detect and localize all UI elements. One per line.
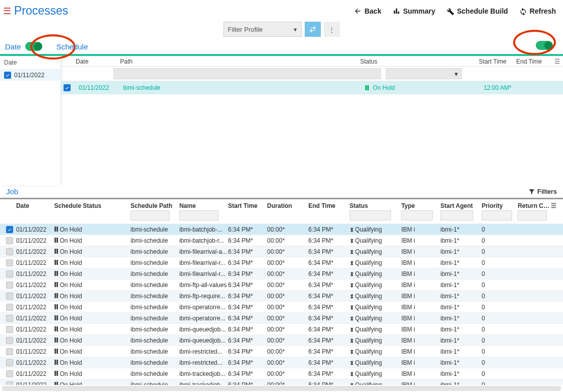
agent-filter-input[interactable]: [440, 210, 473, 220]
job-row-checkbox[interactable]: [6, 259, 13, 266]
date-row-checkbox[interactable]: [4, 72, 11, 79]
job-row[interactable]: 01/11/2022On Holdibmi-scheduleibmi-ftp-r…: [0, 290, 563, 301]
job-row-checkbox[interactable]: [6, 226, 13, 233]
job-row-checkbox[interactable]: [6, 315, 13, 322]
col-start[interactable]: Start Time: [451, 58, 506, 65]
hamburger-icon[interactable]: ☰: [3, 6, 11, 17]
job-row-end: 6:34 PM*: [308, 304, 350, 311]
job-row[interactable]: 01/11/2022On Holdibmi-scheduleibmi-queue…: [0, 334, 563, 346]
schedule-build-label: Schedule Build: [457, 7, 508, 15]
status-filter-select[interactable]: ▾: [386, 68, 462, 79]
pause-icon: [54, 382, 58, 385]
wrench-icon: [446, 7, 455, 15]
job-row-checkbox[interactable]: [6, 326, 13, 333]
schedule-build-button[interactable]: Schedule Build: [446, 7, 508, 15]
schedule-row-status: On Hold: [365, 84, 451, 91]
date-toggle[interactable]: [25, 42, 42, 51]
job-row-date: 01/11/2022: [16, 359, 54, 366]
job-row[interactable]: 01/11/2022On Holdibmi-scheduleibmi-track…: [0, 379, 563, 385]
col-start[interactable]: Start Time: [228, 202, 267, 209]
job-row-agent: ibmi-1*: [440, 381, 482, 385]
type-filter-input[interactable]: [401, 210, 432, 220]
col-sched-status[interactable]: Schedule Status: [54, 202, 131, 209]
job-row-type: IBM i: [401, 370, 440, 377]
job-row-sched-path: ibmi-schedule: [131, 370, 180, 377]
job-row[interactable]: 01/11/2022On Holdibmi-scheduleibmi-opera…: [0, 312, 563, 323]
col-priority[interactable]: Priority: [482, 202, 518, 209]
job-row[interactable]: 01/11/2022On Holdibmi-scheduleibmi-filea…: [0, 268, 563, 279]
job-row-checkbox[interactable]: [6, 370, 13, 377]
hourglass-icon: [350, 381, 354, 385]
filter-profile-select[interactable]: Filter Profile ▾: [223, 22, 302, 37]
job-row-sched-status: On Hold: [54, 237, 131, 244]
job-row-type: IBM i: [401, 326, 440, 333]
col-type[interactable]: Type: [401, 202, 440, 209]
refresh-button[interactable]: Refresh: [519, 7, 556, 15]
job-row-checkbox[interactable]: [6, 381, 13, 385]
col-return[interactable]: Return Code: [518, 202, 551, 209]
col-duration[interactable]: Duration: [267, 202, 309, 209]
swap-button[interactable]: [305, 22, 321, 37]
job-row-checkbox[interactable]: [6, 237, 13, 244]
job-row-name: ibmi-filearrival-r...: [179, 259, 228, 266]
horizontal-scrollbar[interactable]: [2, 386, 561, 391]
job-row[interactable]: 01/11/2022On Holdibmi-scheduleibmi-ftp-a…: [0, 279, 563, 290]
job-row-checkbox[interactable]: [6, 270, 13, 277]
job-row[interactable]: 01/11/2022On Holdibmi-scheduleibmi-track…: [0, 368, 563, 379]
right-toggle[interactable]: [536, 41, 553, 50]
job-row-name: ibmi-trackedjob...: [179, 370, 228, 377]
job-row-checkbox[interactable]: [6, 304, 13, 311]
job-row-type: IBM i: [401, 381, 440, 385]
job-row-priority: 0: [482, 326, 518, 333]
schedule-table-menu-icon[interactable]: ☰: [552, 58, 560, 65]
job-row[interactable]: 01/11/2022On Holdibmi-scheduleibmi-opera…: [0, 301, 563, 312]
back-button[interactable]: Back: [354, 7, 381, 15]
job-row[interactable]: 01/11/2022On Holdibmi-scheduleibmi-restr…: [0, 357, 563, 368]
job-row-name: ibmi-filearrival-r...: [179, 270, 228, 277]
job-row-name: ibmi-queuedjob...: [179, 326, 228, 333]
job-row-duration: 00:00*: [267, 237, 309, 244]
job-row-checkbox[interactable]: [6, 282, 13, 289]
job-row-sched-status: On Hold: [54, 315, 131, 322]
job-row-start: 6:34 PM*: [228, 248, 267, 255]
job-row[interactable]: 01/11/2022On Holdibmi-scheduleibmi-restr…: [0, 346, 563, 357]
job-row[interactable]: 01/11/2022On Holdibmi-scheduleibmi-queue…: [0, 323, 563, 334]
status-filter-input[interactable]: [350, 210, 391, 220]
pause-icon: [54, 304, 58, 309]
job-row-checkbox[interactable]: [6, 248, 13, 255]
job-row-checkbox[interactable]: [6, 348, 13, 355]
col-end[interactable]: End Time: [308, 202, 350, 209]
col-path[interactable]: Path: [120, 58, 355, 65]
job-row-checkbox[interactable]: [6, 293, 13, 300]
more-button[interactable]: ⋮: [324, 22, 340, 37]
job-table-body: 01/11/2022On Holdibmi-scheduleibmi-batch…: [0, 223, 563, 385]
date-column-row[interactable]: 01/11/2022: [0, 70, 61, 81]
col-status[interactable]: Status: [350, 202, 402, 209]
col-status[interactable]: Status: [360, 58, 446, 65]
priority-filter-input[interactable]: [482, 210, 512, 220]
return-filter-input[interactable]: [518, 210, 547, 220]
job-row[interactable]: 01/11/2022On Holdibmi-scheduleibmi-filea…: [0, 246, 563, 257]
job-row-checkbox[interactable]: [6, 359, 13, 366]
schpath-filter-input[interactable]: [131, 210, 170, 220]
job-table-menu-icon[interactable]: ☰: [551, 202, 560, 209]
job-row-sched-path: ibmi-schedule: [131, 359, 180, 366]
path-filter-input[interactable]: [114, 68, 381, 79]
name-filter-input[interactable]: [179, 210, 218, 220]
schedule-row[interactable]: 01/11/2022 ibmi-schedule On Hold 12:00 A…: [61, 81, 563, 94]
col-agent[interactable]: Start Agent: [440, 202, 482, 209]
col-date[interactable]: Date: [16, 202, 54, 209]
col-name[interactable]: Name: [179, 202, 228, 209]
filters-button[interactable]: Filters: [528, 188, 557, 195]
schedule-row-checkbox[interactable]: [64, 84, 71, 91]
job-row[interactable]: 01/11/2022On Holdibmi-scheduleibmi-batch…: [0, 235, 563, 246]
summary-button[interactable]: Summary: [392, 7, 435, 15]
col-date[interactable]: Date: [76, 58, 115, 65]
job-row-agent: ibmi-1*: [440, 226, 482, 233]
job-row[interactable]: 01/11/2022On Holdibmi-scheduleibmi-filea…: [0, 257, 563, 268]
col-end[interactable]: End Time: [512, 58, 547, 65]
job-row-end: 6:34 PM*: [308, 337, 350, 344]
job-row-checkbox[interactable]: [6, 337, 13, 344]
col-sched-path[interactable]: Schedule Path: [131, 202, 180, 209]
job-row[interactable]: 01/11/2022On Holdibmi-scheduleibmi-batch…: [0, 223, 563, 235]
